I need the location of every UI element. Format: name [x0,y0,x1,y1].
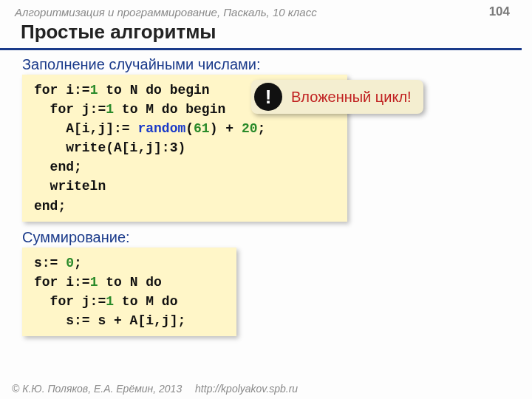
page-number: 104 [489,4,510,19]
footer-link: http://kpolyakov.spb.ru [195,383,298,395]
course-name: Алгоритмизация и программирование, Паска… [15,6,317,18]
slide-header: Алгоритмизация и программирование, Паска… [0,0,532,21]
callout-nested-loop: ! Вложенный цикл! [251,80,423,114]
section-sum-label: Суммирование: [0,229,532,246]
copyright: © К.Ю. Поляков, Е.А. Ерёмин, 2013 [12,383,182,395]
code-block-sum: s:= 0; for i:=1 to N do for j:=1 to M do… [22,248,236,336]
slide-footer: © К.Ю. Поляков, Е.А. Ерёмин, 2013 http:/… [12,383,298,395]
slide-title: Простые алгоритмы [0,21,522,50]
section-fill-label: Заполнение случайными числами: [0,56,532,73]
exclamation-icon: ! [254,83,282,111]
callout-text: Вложенный цикл! [291,89,412,106]
